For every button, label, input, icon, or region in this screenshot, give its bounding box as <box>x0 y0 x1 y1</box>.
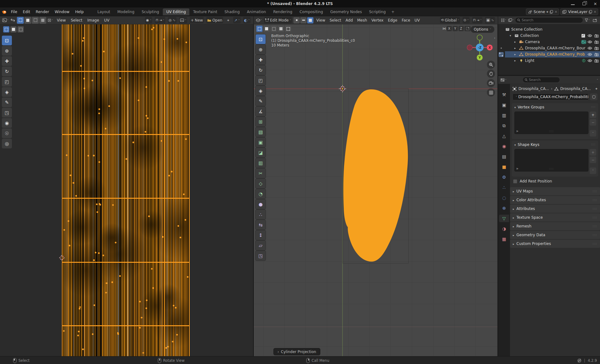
viewport-tool-button[interactable]: ✎ <box>256 96 266 106</box>
copy-viewlayer-icon[interactable] <box>589 10 592 14</box>
collapsed-panel-header[interactable]: Remesh:::: <box>510 222 600 230</box>
breadcrumb-object-name[interactable]: Drosophila_CA... <box>518 87 549 91</box>
selectop-new-3d[interactable] <box>256 26 262 32</box>
outliner-search[interactable] <box>515 17 583 23</box>
collapsed-panel-header[interactable]: Texture Space:::: <box>510 213 600 222</box>
viewport-tool-button[interactable]: ▥ <box>256 158 266 168</box>
workspace-tab[interactable]: Layout <box>94 8 114 15</box>
selectop-intersect-3d[interactable] <box>285 26 291 32</box>
pin-icon[interactable] <box>546 10 548 14</box>
properties-tab[interactable]: ∴ <box>499 184 509 191</box>
viewport-menu-item[interactable]: Vertex <box>369 17 386 24</box>
hide-eye-icon[interactable] <box>588 47 592 50</box>
uv-menu-item[interactable]: Select <box>68 17 85 24</box>
viewport-tool-button[interactable]: ▧ <box>256 127 266 137</box>
outliner-row[interactable]: Drosophila_CAAX-mCherry_Prob <box>505 51 600 57</box>
camera-view-button[interactable] <box>487 79 495 87</box>
datablock-name-field[interactable]: Drosophila_CAAX-mCherry_Probabilitie... <box>512 93 589 100</box>
outliner-filter-dropdown[interactable] <box>508 17 514 23</box>
minimize-button[interactable] <box>571 2 575 6</box>
editor-type-button[interactable] <box>2 17 9 23</box>
properties-tab[interactable]: ■ <box>499 163 509 171</box>
uv-snap-controls[interactable]: ⊓⇥ <box>155 17 165 23</box>
outliner-row[interactable]: Drosophila_CAAX-mCherry_Bour <box>505 45 600 51</box>
uv-select-mode-vertex[interactable] <box>17 17 24 24</box>
fake-user-shield-button[interactable] <box>590 93 598 100</box>
operator-panel[interactable]: Cylinder Projection <box>273 348 320 355</box>
outliner-row[interactable]: Collection <box>505 32 600 39</box>
hide-eye-icon[interactable] <box>588 40 592 43</box>
delete-viewlayer-icon[interactable]: ✕ <box>593 10 597 14</box>
menu-item[interactable]: Render <box>33 8 52 15</box>
mirror-axis-button[interactable]: Z <box>458 26 464 31</box>
viewport-tool-button[interactable]: ◇ <box>256 179 266 188</box>
viewport-menu-item[interactable]: UV <box>412 17 422 24</box>
hide-eye-icon[interactable] <box>588 59 592 62</box>
properties-tab[interactable]: ▥ <box>499 112 509 119</box>
viewport-tool-button[interactable]: ◪ <box>256 148 266 157</box>
render-visibility-icon[interactable] <box>594 47 599 50</box>
uv-select-mode-edge[interactable] <box>24 17 31 24</box>
add-rest-position-checkbox[interactable] <box>513 179 517 183</box>
delete-scene-icon[interactable]: ✕ <box>554 10 558 14</box>
scene-selector[interactable]: Scene ✕ <box>526 8 559 15</box>
remove-vertex-group-button[interactable] <box>590 119 596 126</box>
viewport-tool-button[interactable]: ● <box>256 199 266 209</box>
pin-id-icon[interactable] <box>595 87 598 91</box>
new-collection-button[interactable] <box>591 17 598 23</box>
uv-tool-button[interactable]: ⊡ <box>2 36 12 45</box>
properties-search-input[interactable] <box>529 78 558 82</box>
viewport-tool-button[interactable]: ◔ <box>256 189 266 199</box>
zoom-view-button[interactable] <box>487 61 495 69</box>
uv-select-mode-island[interactable] <box>39 17 46 24</box>
viewport-tool-button[interactable]: ⊡ <box>256 34 266 44</box>
uv-image-canvas[interactable] <box>62 24 190 356</box>
viewport-tool-button[interactable]: ⊕ <box>256 45 266 54</box>
viewport-tool-button[interactable]: ✚ <box>256 55 266 65</box>
uv-overlays-toggle[interactable]: ◐ <box>243 17 251 23</box>
mirror-axis-button[interactable]: Y <box>452 26 458 31</box>
pan-view-button[interactable] <box>487 70 495 78</box>
menu-item[interactable]: Window <box>52 8 72 15</box>
face-select-mode[interactable] <box>307 17 313 23</box>
expander-icon[interactable] <box>514 47 518 50</box>
vertex-groups-list[interactable]: ▶:::: <box>514 112 588 134</box>
render-visibility-icon[interactable] <box>594 40 599 44</box>
snap-widget-icon[interactable] <box>464 26 471 31</box>
uv-pivot-dropdown[interactable]: ◉ <box>145 17 152 23</box>
expander-icon[interactable] <box>514 53 518 56</box>
viewport-tool-button[interactable]: ∡ <box>256 107 266 116</box>
viewport-menu-item[interactable]: Face <box>399 17 412 24</box>
viewport-menu-item[interactable]: Select <box>328 17 343 24</box>
selectop-new[interactable] <box>3 26 9 32</box>
workspace-tab[interactable]: Sculpting <box>138 8 162 15</box>
properties-tab[interactable]: ▽ <box>499 215 509 222</box>
properties-tab[interactable]: △ <box>499 132 509 140</box>
viewport-tool-button[interactable]: ◈ <box>256 86 266 96</box>
remove-shape-key-button[interactable] <box>590 157 596 163</box>
properties-tab[interactable]: ⚙ <box>499 173 509 181</box>
uv-gizmos-toggle[interactable]: ↗ <box>233 17 241 23</box>
selectop-extend-3d[interactable] <box>263 26 270 32</box>
proportional-edit[interactable]: ◉∿ <box>485 17 495 23</box>
menu-item[interactable]: File <box>8 8 20 15</box>
copy-scene-icon[interactable] <box>550 10 553 14</box>
menu-item[interactable]: Edit <box>20 8 33 15</box>
vertex-select-mode[interactable] <box>293 17 300 23</box>
workspace-tab[interactable]: Animation <box>243 8 269 15</box>
viewport-tool-button[interactable]: ⇆ <box>256 220 266 230</box>
workspace-tab[interactable]: Geometry Nodes <box>327 8 365 15</box>
uv-tool-button[interactable]: ◎ <box>2 139 12 148</box>
viewport-tool-button[interactable]: ↕ <box>256 230 266 240</box>
vertex-groups-header[interactable]: Vertex Groups:::: <box>512 103 598 111</box>
render-visibility-icon[interactable] <box>594 34 599 37</box>
collection-checkbox[interactable] <box>581 34 585 38</box>
properties-tab[interactable]: ⊛ <box>499 204 509 212</box>
ortho-toggle-button[interactable] <box>487 88 495 97</box>
viewport-menu-item[interactable]: Add <box>343 17 355 24</box>
workspace-tab[interactable]: Scripting <box>366 8 389 15</box>
workspace-tab[interactable]: Modeling <box>114 8 138 15</box>
editor-type-button-3d[interactable] <box>256 17 262 23</box>
navigation-gizmo[interactable]: -Z X Y <box>467 34 493 61</box>
workspace-tab[interactable]: Texture Paint <box>190 8 221 15</box>
